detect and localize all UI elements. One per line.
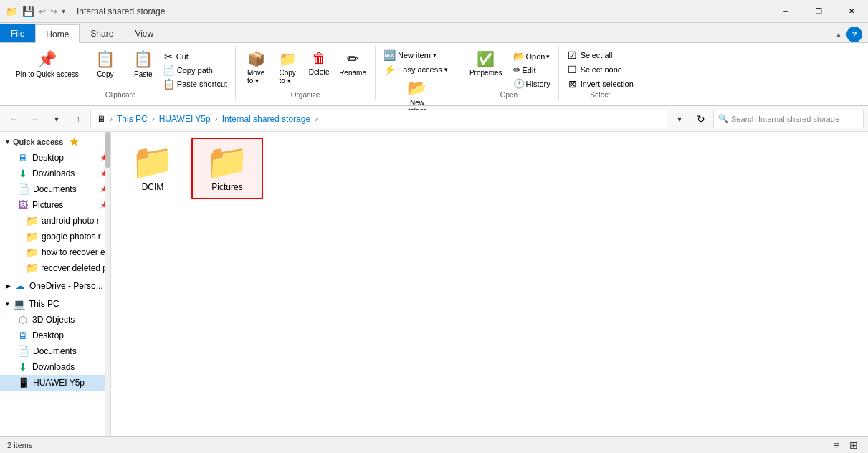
cut-button[interactable]: ✂ Cut — [161, 50, 229, 63]
path-device[interactable]: HUAWEI Y5p — [159, 114, 211, 124]
invert-selection-button[interactable]: ⊠ Invert selection — [565, 77, 636, 90]
sidebar-item-label: Documents — [33, 184, 77, 194]
folder-pictures[interactable]: 📁 Pictures — [191, 138, 263, 199]
easy-access-arrow: ▾ — [444, 66, 448, 73]
new-item-icon: 🆕 — [383, 49, 396, 61]
details-view-button[interactable]: ≡ — [829, 438, 844, 452]
new-item-button[interactable]: 🆕 New item ▾ — [381, 49, 453, 62]
quick-access-undo[interactable]: ↩ — [39, 6, 46, 16]
folder-dcim[interactable]: 📁 DCIM — [117, 138, 189, 199]
quick-access-redo[interactable]: ↪ — [50, 6, 57, 16]
pin-to-quick-access-button[interactable]: 📌 Pin to Quick access — [11, 49, 83, 80]
path-storage[interactable]: Internal shared storage — [222, 114, 310, 124]
sidebar-item-google-photos[interactable]: 📁 google photos r — [0, 229, 110, 244]
window-controls: – ❐ ✕ — [769, 0, 868, 23]
search-icon: 🔍 — [718, 114, 728, 123]
3d-icon: ⬡ — [17, 314, 29, 325]
sidebar-item-this-pc-header[interactable]: ▾ 💻 This PC — [0, 296, 110, 312]
sidebar-item-label: Documents — [33, 346, 77, 356]
star-icon: ★ — [68, 136, 80, 148]
sidebar-item-onedrive[interactable]: ▶ ☁ OneDrive - Perso... — [0, 279, 110, 293]
paste-shortcut-button[interactable]: 📋 Paste shortcut — [161, 77, 229, 90]
ribbon: 📌 Pin to Quick access 📋 Copy 📋 Paste ✂ C… — [0, 43, 868, 106]
copy-to-button[interactable]: 📁 Copyto ▾ — [273, 49, 302, 86]
sidebar-item-documents-quick[interactable]: 📄 Documents 📌 — [0, 181, 110, 197]
copy-path-button[interactable]: 📄 Copy path — [161, 64, 229, 77]
edit-icon: ✏ — [513, 65, 521, 75]
file-area[interactable]: 📁 DCIM 📁 Pictures — [111, 132, 868, 436]
history-label: History — [526, 80, 550, 88]
path-dropdown-button[interactable]: ▾ — [670, 110, 689, 128]
paste-label: Paste — [134, 70, 153, 78]
sidebar-item-pictures-quick[interactable]: 🖼 Pictures 📌 — [0, 197, 110, 213]
sidebar-item-documents-pc[interactable]: 📄 Documents — [0, 343, 110, 359]
copy-to-icon: 📁 — [279, 50, 297, 67]
history-button[interactable]: 🕐 History — [511, 77, 553, 90]
easy-access-button[interactable]: ⚡ Easy access ▾ — [381, 63, 453, 76]
new-item-arrow: ▾ — [433, 52, 437, 59]
sidebar-scroll: ▾ Quick access ★ 🖥 Desktop 📌 ⬇ Downloads… — [0, 132, 110, 436]
sidebar-item-huawei[interactable]: 📱 HUAWEI Y5p — [0, 375, 110, 391]
folder-dcim-icon: 📁 — [131, 145, 174, 179]
invert-selection-label: Invert selection — [581, 80, 634, 88]
properties-button[interactable]: ✅ Properties — [465, 49, 507, 78]
help-button[interactable]: ? — [846, 27, 862, 42]
tab-view[interactable]: View — [124, 24, 164, 42]
sidebar-item-downloads-pc[interactable]: ⬇ Downloads — [0, 359, 110, 375]
sidebar-item-downloads-quick[interactable]: ⬇ Downloads 📌 — [0, 166, 110, 181]
tab-file[interactable]: File — [0, 24, 35, 42]
paste-button[interactable]: 📋 Paste — [128, 49, 159, 80]
forward-button[interactable]: → — [26, 110, 44, 128]
sidebar-item-recover-deleted[interactable]: 📁 recover deleted p — [0, 260, 110, 276]
new-folder-icon: 📂 — [407, 79, 426, 97]
copy-button[interactable]: 📋 Copy — [90, 49, 121, 80]
sidebar-item-android-photo[interactable]: 📁 android photo r — [0, 213, 110, 229]
tab-share[interactable]: Share — [80, 24, 124, 42]
quick-access-customize[interactable]: ▾ — [62, 7, 65, 15]
app-icon: 📁 — [6, 6, 18, 17]
address-path[interactable]: 🖥 › This PC › HUAWEI Y5p › Internal shar… — [90, 110, 667, 128]
quick-access-save[interactable]: 💾 — [22, 6, 34, 17]
up-button[interactable]: ↑ — [69, 110, 87, 128]
minimize-button[interactable]: – — [769, 0, 802, 23]
rename-icon: ✏ — [347, 50, 359, 67]
organize-group: 📦 Moveto ▾ 📁 Copyto ▾ 🗑 Delete ✏ Rename … — [236, 46, 376, 100]
close-button[interactable]: ✕ — [835, 0, 868, 23]
search-box[interactable]: 🔍 Search Internal shared storage — [713, 110, 864, 128]
desktop-icon: 🖥 — [17, 152, 29, 163]
invert-selection-icon: ⊠ — [567, 78, 578, 90]
move-to-button[interactable]: 📦 Moveto ▾ — [242, 49, 270, 86]
select-group-label: Select — [590, 91, 610, 100]
back-button[interactable]: ← — [4, 110, 23, 128]
large-icons-view-button[interactable]: ⊞ — [846, 438, 861, 452]
open-button[interactable]: 📂 Open ▾ — [511, 50, 553, 62]
select-none-icon: ☐ — [567, 64, 578, 75]
sidebar-item-3d-objects[interactable]: ⬡ 3D Objects — [0, 312, 110, 328]
select-all-button[interactable]: ☑ Select all — [565, 49, 622, 62]
sidebar-item-desktop-quick[interactable]: 🖥 Desktop 📌 — [0, 150, 110, 166]
scrollbar-track[interactable] — [105, 132, 110, 436]
minimize-ribbon-button[interactable]: ▲ — [835, 31, 842, 39]
refresh-button[interactable]: ↻ — [692, 110, 710, 128]
scrollbar-thumb[interactable] — [105, 132, 110, 168]
easy-access-label: Easy access — [398, 65, 442, 74]
path-this-pc[interactable]: This PC — [117, 114, 148, 124]
edit-button[interactable]: ✏ Edit — [511, 64, 553, 76]
recent-locations-button[interactable]: ▾ — [47, 110, 66, 128]
delete-button[interactable]: 🗑 Delete — [305, 49, 333, 77]
restore-button[interactable]: ❐ — [802, 0, 835, 23]
cut-label: Cut — [176, 52, 189, 61]
sidebar-quick-access-header[interactable]: ▾ Quick access ★ — [0, 132, 110, 150]
tab-home[interactable]: Home — [35, 24, 80, 43]
sidebar-item-label: Downloads — [32, 168, 75, 178]
select-none-button[interactable]: ☐ Select none — [565, 63, 624, 76]
sidebar-item-label: Downloads — [32, 362, 75, 372]
sidebar-item-desktop-pc[interactable]: 🖥 Desktop — [0, 328, 110, 343]
open-arrow: ▾ — [546, 53, 550, 60]
status-count: 2 items — [7, 441, 32, 449]
select-group: ☑ Select all ☐ Select none ⊠ Invert sele… — [559, 46, 642, 100]
folder-icon: 📁 — [26, 262, 37, 274]
sidebar-item-how-to-recover[interactable]: 📁 how to recover e — [0, 244, 110, 260]
folder-icon: 📁 — [26, 247, 38, 258]
rename-button[interactable]: ✏ Rename — [336, 49, 369, 78]
